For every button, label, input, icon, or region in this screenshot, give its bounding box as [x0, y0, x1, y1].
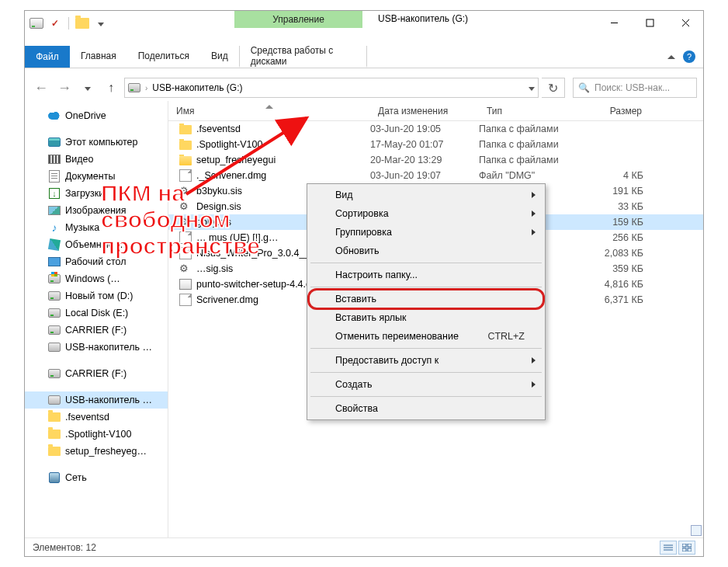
- svg-rect-9: [682, 548, 686, 551]
- menu-group[interactable]: Группировка: [309, 223, 543, 242]
- scroll-box-icon[interactable]: [691, 525, 702, 536]
- file-name: .fseventsd: [196, 123, 241, 134]
- tree-usb-sub2[interactable]: .Spotlight-V100: [25, 426, 168, 443]
- submenu-arrow-icon: [532, 381, 536, 388]
- new-folder-qat-icon[interactable]: [75, 16, 89, 30]
- minimize-button[interactable]: [596, 11, 632, 34]
- tree-drive-f[interactable]: CARRIER (F:): [25, 322, 168, 339]
- file-type: Папка с файлами: [479, 123, 580, 134]
- tree-drive-d[interactable]: Новый том (D:): [25, 287, 168, 304]
- drive-icon: [48, 274, 61, 284]
- menu-view[interactable]: Вид: [309, 186, 543, 204]
- help-icon[interactable]: ?: [683, 50, 695, 63]
- file-name: goby.sis: [196, 217, 231, 228]
- tree-this-pc[interactable]: Этот компьютер: [25, 134, 168, 151]
- tab-share[interactable]: Поделиться: [127, 46, 200, 68]
- tree-onedrive[interactable]: OneDrive: [25, 107, 168, 124]
- tree-3d-objects[interactable]: Объемные …: [25, 236, 168, 253]
- folder-icon: [179, 125, 192, 134]
- submenu-arrow-icon: [532, 229, 536, 235]
- col-name[interactable]: Имя: [168, 106, 370, 117]
- tree-drive-g[interactable]: USB-накопитель …: [25, 339, 168, 356]
- properties-qat-icon[interactable]: ✓: [48, 16, 62, 30]
- col-size[interactable]: Размер: [580, 106, 650, 117]
- tree-drive-e[interactable]: Local Disk (E:): [25, 304, 168, 322]
- menu-sort[interactable]: Сортировка: [309, 204, 543, 223]
- file-date: 20-Mar-20 13:29: [370, 155, 479, 165]
- breadcrumb[interactable]: USB-накопитель (G:): [152, 82, 242, 93]
- file-name: .Spotlight-V100: [196, 139, 262, 150]
- drive-icon: [48, 291, 61, 301]
- file-row[interactable]: ._Scrivener.dmg03-Jun-20 19:07Файл "DMG"…: [168, 168, 703, 183]
- file-row[interactable]: .fseventsd03-Jun-20 19:05Папка с файлами: [168, 121, 703, 137]
- tree-usb-root[interactable]: USB-накопитель …: [25, 391, 168, 409]
- file-icon: [179, 294, 192, 306]
- address-bar[interactable]: › USB-накопитель (G:): [124, 78, 539, 98]
- tree-carrier-root[interactable]: CARRIER (F:): [25, 365, 168, 382]
- search-placeholder: Поиск: USB-нак...: [595, 82, 670, 93]
- window-title: USB-накопитель (G:): [378, 13, 468, 24]
- thumbnails-view-button[interactable]: [678, 541, 695, 555]
- chevron-right-icon[interactable]: ›: [145, 84, 147, 92]
- refresh-button[interactable]: ↻: [542, 78, 565, 98]
- file-icon: [179, 231, 192, 244]
- menu-separator: [310, 372, 542, 373]
- file-size: 6,371 КБ: [580, 294, 650, 305]
- tree-pictures[interactable]: Изображения: [25, 202, 168, 219]
- recent-locations-button[interactable]: [78, 78, 98, 98]
- tree-music[interactable]: ♪Музыка: [25, 219, 168, 236]
- search-input[interactable]: 🔍 Поиск: USB-нак...: [573, 78, 697, 98]
- tab-drive-tools[interactable]: Средства работы с дисками: [239, 46, 367, 68]
- file-tab[interactable]: Файл: [25, 46, 70, 68]
- music-icon: ♪: [48, 221, 61, 234]
- tree-videos[interactable]: Видео: [25, 151, 168, 168]
- tree-usb-sub1[interactable]: .fseventsd: [25, 409, 168, 426]
- cog-icon: [179, 263, 192, 275]
- pc-icon: [48, 137, 61, 147]
- back-button[interactable]: ←: [31, 78, 51, 98]
- menu-give-access[interactable]: Предоставить доступ к: [309, 351, 543, 370]
- file-date: 03-Jun-20 19:07: [370, 170, 479, 181]
- tree-downloads[interactable]: Загрузки: [25, 185, 168, 202]
- tree-drive-c[interactable]: Windows (…: [25, 270, 168, 287]
- close-button[interactable]: [667, 11, 703, 34]
- col-type[interactable]: Тип: [479, 106, 580, 117]
- file-name: … mus (UE) [!].g…: [196, 232, 279, 243]
- folder-icon: [48, 447, 61, 456]
- menu-customize-folder[interactable]: Настроить папку...: [309, 266, 543, 284]
- submenu-arrow-icon: [532, 192, 536, 198]
- app-icon: [29, 16, 43, 30]
- menu-paste-shortcut[interactable]: Вставить ярлык: [309, 308, 543, 327]
- drive-icon: [48, 325, 61, 335]
- shortcut-label: CTRL+Z: [487, 331, 525, 342]
- file-size: 4,816 КБ: [580, 279, 650, 290]
- menu-properties[interactable]: Свойства: [309, 399, 543, 418]
- col-date[interactable]: Дата изменения: [370, 106, 479, 117]
- folder-open-icon: [179, 156, 192, 165]
- menu-new[interactable]: Создать: [309, 375, 543, 394]
- menu-refresh[interactable]: Обновить: [309, 242, 543, 260]
- tree-network[interactable]: Сеть: [25, 469, 168, 486]
- file-row[interactable]: setup_fresheyegui20-Mar-20 13:29Папка с …: [168, 152, 703, 168]
- maximize-button[interactable]: [632, 11, 667, 34]
- tab-home[interactable]: Главная: [70, 46, 127, 68]
- file-type: Файл "DMG": [479, 170, 580, 181]
- ribbon-tabs: Файл Главная Поделиться Вид Средства раб…: [25, 46, 703, 68]
- menu-undo-rename[interactable]: Отменить переименованиеCTRL+Z: [309, 327, 543, 346]
- folder-icon: [48, 430, 61, 439]
- file-name: b3byku.sis: [196, 186, 242, 197]
- menu-paste[interactable]: Вставить: [309, 290, 543, 308]
- collapse-ribbon-icon[interactable]: [667, 55, 675, 59]
- tree-desktop[interactable]: Рабочий стол: [25, 253, 168, 270]
- tree-documents[interactable]: Документы: [25, 168, 168, 185]
- up-button[interactable]: ↑: [101, 78, 121, 98]
- tab-view[interactable]: Вид: [200, 46, 239, 68]
- details-view-button[interactable]: [660, 541, 677, 555]
- file-size: 359 КБ: [580, 263, 650, 274]
- address-dropdown-icon[interactable]: [529, 87, 535, 91]
- tree-usb-sub3[interactable]: setup_fresheyeg…: [25, 443, 168, 460]
- navigation-pane[interactable]: OneDrive Этот компьютер Видео Документы …: [25, 101, 168, 537]
- pictures-icon: [48, 206, 61, 215]
- file-row[interactable]: .Spotlight-V10017-May-20 01:07Папка с фа…: [168, 137, 703, 152]
- qat-dropdown-icon[interactable]: [94, 16, 108, 30]
